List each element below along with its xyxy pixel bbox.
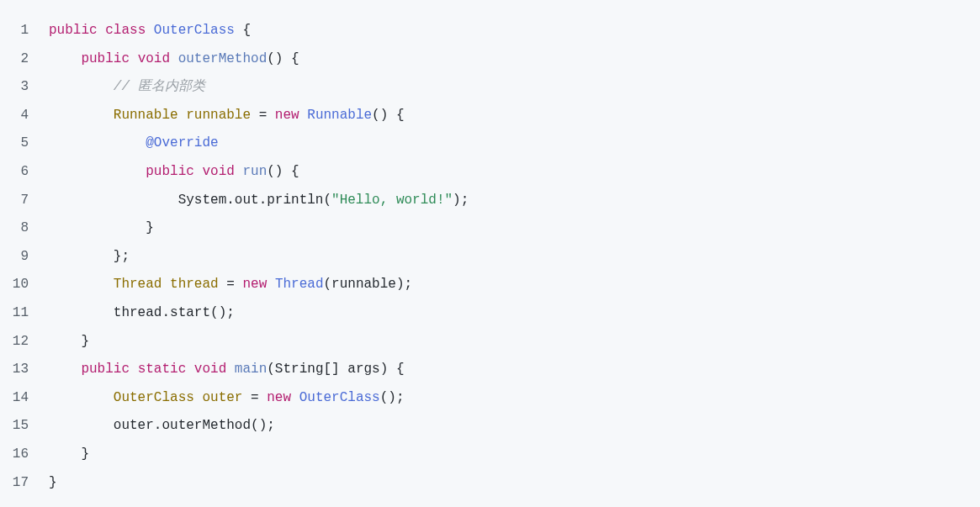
code-token: =	[242, 390, 267, 405]
code-token: outer	[202, 390, 242, 405]
code-token	[130, 51, 138, 66]
code-token	[49, 51, 81, 66]
code-token: public	[81, 362, 130, 377]
line-content: Runnable runnable = new Runnable() {	[49, 102, 972, 130]
code-token	[170, 51, 178, 66]
line-content: }	[49, 214, 972, 243]
code-token	[49, 390, 114, 405]
code-token: {	[235, 23, 251, 38]
code-token: new	[267, 390, 291, 405]
line-number: 7	[8, 187, 49, 215]
code-token: new	[242, 277, 267, 292]
line-content: OuterClass outer = new OuterClass();	[49, 384, 972, 413]
code-line: 17}	[8, 469, 972, 498]
code-token: void	[194, 362, 226, 377]
code-token: System.out.println(	[49, 193, 331, 208]
code-token: Runnable	[114, 108, 178, 123]
code-line: 10 Thread thread = new Thread(runnable);	[8, 271, 972, 299]
line-number: 8	[8, 214, 49, 243]
code-token: (runnable);	[323, 277, 412, 292]
code-token: runnable	[186, 108, 251, 123]
line-content: System.out.println("Hello, world!");	[49, 187, 972, 215]
code-line: 16 }	[8, 441, 972, 469]
line-number: 15	[8, 412, 49, 441]
line-content: public class OuterClass {	[49, 17, 972, 45]
code-token: }	[49, 475, 57, 490]
line-content: // 匿名内部类	[49, 73, 972, 102]
line-number: 3	[8, 73, 49, 102]
code-token: OuterClass	[154, 23, 235, 38]
code-token	[49, 79, 114, 94]
code-line: 2 public void outerMethod() {	[8, 45, 972, 74]
code-token: };	[49, 249, 130, 264]
line-number: 14	[8, 384, 49, 413]
code-line: 9 };	[8, 243, 972, 272]
code-token: ();	[380, 390, 405, 405]
code-token	[49, 277, 114, 292]
code-token	[186, 362, 194, 377]
code-token: }	[49, 220, 154, 235]
code-token: run	[242, 164, 267, 179]
line-content: }	[49, 469, 972, 498]
code-token	[98, 23, 106, 38]
code-token: thread	[170, 277, 219, 292]
code-token: main	[235, 362, 267, 377]
code-token: Runnable	[307, 108, 372, 123]
code-token: outerMethod	[178, 51, 268, 66]
code-token	[194, 390, 203, 405]
code-line: 6 public void run() {	[8, 158, 972, 187]
line-content: }	[49, 328, 972, 356]
line-content: public static void main(String[] args) {	[49, 356, 972, 384]
line-number: 12	[8, 328, 49, 356]
line-content: outer.outerMethod();	[49, 412, 972, 441]
code-token: outer.outerMethod();	[49, 418, 275, 433]
line-number: 5	[8, 129, 49, 158]
code-token: Thread	[114, 277, 162, 292]
code-token: public	[146, 164, 194, 179]
line-content: }	[49, 441, 972, 469]
line-number: 4	[8, 102, 49, 130]
line-number: 16	[8, 441, 49, 469]
code-token	[291, 390, 299, 405]
code-token: public	[49, 23, 98, 38]
code-token: thread.start();	[49, 305, 235, 320]
code-line: 12 }	[8, 328, 972, 356]
code-block: 1public class OuterClass {2 public void …	[8, 17, 972, 497]
code-line: 5 @Override	[8, 129, 972, 158]
line-number: 2	[8, 45, 49, 74]
line-number: 13	[8, 356, 49, 384]
line-content: };	[49, 243, 972, 272]
code-token: }	[49, 334, 89, 349]
code-token: () {	[372, 108, 404, 123]
code-token	[49, 164, 146, 179]
line-number: 1	[8, 17, 49, 45]
code-line: 15 outer.outerMethod();	[8, 412, 972, 441]
code-token: public	[81, 51, 130, 66]
line-content: public void run() {	[49, 158, 972, 187]
code-token: =	[251, 108, 275, 123]
code-token: );	[453, 193, 469, 208]
line-number: 17	[8, 469, 49, 498]
code-token: @Override	[146, 135, 218, 151]
code-line: 1public class OuterClass {	[8, 17, 972, 45]
code-line: 14 OuterClass outer = new OuterClass();	[8, 384, 972, 413]
code-token	[162, 277, 170, 292]
code-token: // 匿名内部类	[114, 79, 205, 94]
code-line: 11 thread.start();	[8, 299, 972, 328]
code-token: class	[105, 23, 146, 38]
code-token: OuterClass	[299, 390, 380, 405]
code-token: new	[275, 108, 299, 123]
line-number: 9	[8, 243, 49, 272]
code-token	[49, 362, 81, 377]
code-token: () {	[267, 164, 299, 179]
code-token: Thread	[275, 277, 324, 292]
code-line: 3 // 匿名内部类	[8, 73, 972, 102]
code-token: void	[202, 164, 234, 179]
code-token	[146, 23, 154, 38]
code-token: void	[138, 51, 170, 66]
code-token	[267, 277, 275, 292]
line-number: 11	[8, 299, 49, 328]
line-content: public void outerMethod() {	[49, 45, 972, 74]
line-number: 10	[8, 271, 49, 299]
code-token: }	[49, 446, 89, 462]
